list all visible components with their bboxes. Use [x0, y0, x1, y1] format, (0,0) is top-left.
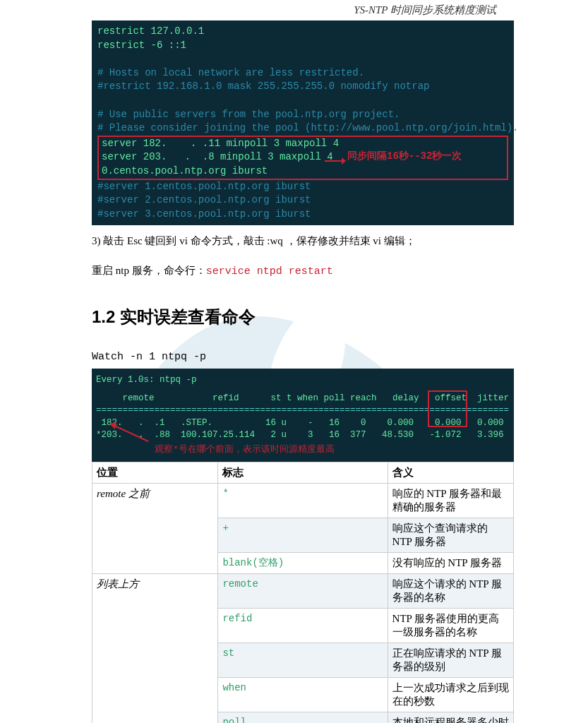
section-heading: 1.2 实时误差查看命令 — [92, 285, 514, 342]
meaning-cell: 响应这个查询请求的 NTP 服务器 — [388, 518, 513, 552]
svg-marker-4 — [109, 422, 116, 429]
col-position: 位置 — [92, 462, 218, 483]
col-meaning: 含义 — [388, 462, 513, 483]
table-row: remote 之前*响应的 NTP 服务器和最精确的服务器 — [92, 483, 514, 518]
flags-definition-table: 位置 标志 含义 remote 之前*响应的 NTP 服务器和最精确的服务器+响… — [92, 462, 514, 723]
flag-cell: refid — [218, 608, 388, 643]
meaning-cell: 上一次成功请求之后到现在的秒数 — [388, 677, 513, 712]
svg-marker-2 — [342, 157, 346, 165]
meaning-cell: 响应的 NTP 服务器和最精确的服务器 — [388, 483, 513, 518]
flag-cell: blank(空格) — [218, 552, 388, 573]
ntpq-output-terminal: Every 1.0s: ntpq -p remote refid st t wh… — [92, 369, 514, 462]
meaning-cell: 没有响应的 NTP 服务器 — [388, 552, 513, 573]
meaning-cell: 本地和远程服务器多少时间进行一次同步，单位秒，在一开始运行 NTP 的时候这个 … — [388, 712, 513, 723]
page-header: YS-NTP 时间同步系统精度测试 — [0, 0, 588, 20]
table-row: 列表上方remote响应这个请求的 NTP 服务器的名称 — [92, 573, 514, 608]
flag-cell: when — [218, 677, 388, 712]
flag-cell: * — [218, 483, 388, 518]
asterisk-arrow — [109, 424, 152, 445]
restart-prefix: 重启 ntp 服务，命令行： — [92, 265, 206, 276]
meaning-cell: 正在响应请求的 NTP 服务器的级别 — [388, 643, 513, 677]
restart-instruction: 重启 ntp 服务，命令行：service ntpd restart — [92, 255, 514, 285]
restart-command: service ntpd restart — [206, 265, 333, 277]
flag-cell: remote — [218, 573, 388, 608]
svg-line-3 — [113, 425, 148, 441]
offset-highlight-box — [428, 390, 467, 427]
flag-cell: poll — [218, 712, 388, 723]
asterisk-hint: 观察*号在哪个前面，表示该时间源精度最高 — [155, 443, 335, 456]
config-terminal: restrict 127.0.0.1restrict -6 ::1 # Host… — [92, 20, 514, 225]
sync-interval-label: 同步间隔16秒--32秒一次 — [347, 150, 462, 164]
flag-cell: st — [218, 643, 388, 677]
sync-interval-arrow — [325, 156, 346, 166]
col-flag: 标志 — [218, 462, 388, 483]
row-group-header: 列表上方 — [92, 573, 218, 723]
row-group-header: remote 之前 — [92, 483, 218, 573]
watch-header: Every 1.0s: ntpq -p — [96, 374, 510, 387]
watch-command: Watch -n 1 ntpq -p — [92, 342, 514, 369]
vi-instruction: 3) 敲击 Esc 键回到 vi 命令方式，敲击 :wq ，保存修改并结束 vi… — [92, 225, 514, 255]
meaning-cell: 响应这个请求的 NTP 服务器的名称 — [388, 573, 513, 608]
flag-cell: + — [218, 518, 388, 552]
meaning-cell: NTP 服务器使用的更高一级服务器的名称 — [388, 608, 513, 643]
